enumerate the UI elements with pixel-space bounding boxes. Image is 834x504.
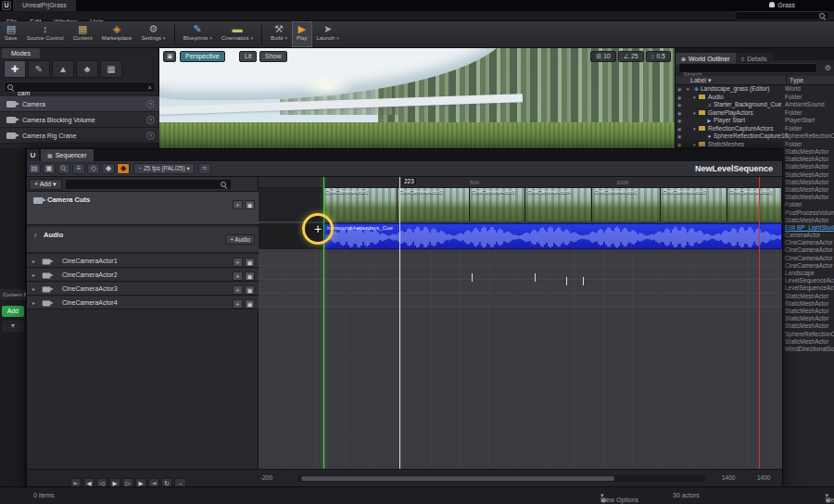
source-control-button[interactable]: ↕Source Control — [22, 21, 69, 47]
lit-mode-button[interactable]: Lit — [239, 51, 257, 62]
add-section-button[interactable]: + — [233, 200, 243, 209]
autokey-icon[interactable]: ◆ — [117, 163, 130, 174]
cinematics-button[interactable]: ▬Cinematics▾ — [217, 21, 258, 47]
key-marker[interactable] — [583, 277, 584, 285]
track-cinecameraactor2[interactable]: ▸CineCameraActor2+▣ — [27, 269, 259, 282]
camera-lock-icon[interactable]: ▣ — [245, 271, 255, 281]
outliner-row[interactable]: ◉●SphereReflectionCapture10SphereReflect… — [676, 132, 834, 141]
add-audio-button[interactable]: + Audio — [225, 234, 255, 245]
camera-lock-icon[interactable]: ▣ — [245, 258, 255, 267]
place-tool-icon[interactable]: ✚ — [4, 60, 26, 78]
launch-button[interactable]: ➤Launch▾ — [312, 21, 344, 47]
track-cinecameraactor3[interactable]: ▸CineCameraActor3+▣ — [27, 283, 259, 296]
tab-content-browser[interactable]: Content Browser — [0, 289, 26, 300]
project-tab[interactable]: UnrealPrjGrass — [13, 0, 76, 11]
gear-icon[interactable]: ⚙ — [825, 63, 831, 73]
landscape-tool-icon[interactable]: ▲ — [52, 60, 74, 78]
visibility-eye-icon[interactable]: ◉ — [677, 141, 681, 149]
track-cinecameraactor4[interactable]: ▸CineCameraActor4+▣ — [27, 296, 259, 309]
blueprint-edit-link[interactable]: Edit BP_LightStud — [785, 224, 834, 232]
key-marker[interactable] — [535, 273, 536, 282]
camera-cut-section[interactable]: CineCameraActor3 — [727, 188, 782, 221]
camera-lock-icon[interactable]: ▣ — [245, 200, 255, 209]
add-section-button[interactable]: + — [233, 299, 243, 309]
settings-button[interactable]: ⚙Settings▾ — [136, 21, 170, 47]
column-type[interactable]: Type — [786, 76, 834, 85]
geometry-tool-icon[interactable]: ▦ — [100, 60, 122, 78]
outliner-row[interactable]: ◉▾StaticMeshesFolder — [676, 141, 834, 149]
search-icon[interactable] — [57, 163, 70, 174]
curves-icon[interactable]: ≈ — [198, 163, 211, 174]
keyframe-options-icon[interactable]: ◇ — [87, 163, 100, 174]
outliner-row[interactable]: ◉▾ReflectionCaptureActorsFolder — [676, 125, 834, 133]
fps-dropdown[interactable]: ◔25 fps (PAL/25) ▾ — [133, 163, 195, 174]
viewport[interactable]: ▣ Perspective Lit Show ⊞10∠25↕0.5 — [159, 48, 675, 148]
camera-cut-section[interactable]: CineCameraActor2 — [661, 188, 727, 221]
playhead[interactable] — [399, 177, 400, 469]
help-search-box[interactable] — [734, 11, 830, 20]
visibility-eye-icon[interactable]: ◉ — [677, 101, 681, 109]
outliner-row[interactable]: ◉▶Player StartPlayerStart — [676, 117, 834, 125]
track-camera-cuts[interactable]: Camera Cuts +▣ — [27, 192, 259, 225]
perspective-button[interactable]: Perspective — [180, 51, 225, 62]
add-section-button[interactable]: + — [233, 271, 243, 281]
viewport-scale-snap-chip[interactable]: ↕0.5 — [646, 51, 671, 62]
sequence-breadcrumb[interactable]: NewLevelSequence — [695, 164, 773, 173]
tab-sequencer[interactable]: ▦Sequencer — [41, 149, 94, 161]
modes-list-item[interactable]: Camera Blocking Volume? — [0, 112, 159, 128]
clear-search-icon[interactable]: × — [147, 82, 152, 93]
track-search-box[interactable] — [65, 179, 232, 190]
expander-icon[interactable]: ▸ — [32, 283, 38, 296]
outliner-view-options-button[interactable]: ◉ View Options ▾ — [825, 492, 828, 499]
scrollbar-thumb[interactable] — [301, 476, 614, 481]
add-new-button[interactable]: Add — [2, 306, 24, 317]
camera-icon[interactable]: ▣ — [43, 163, 56, 174]
show-flags-button[interactable]: Show — [259, 51, 287, 62]
save-button[interactable]: ▤Save — [0, 21, 22, 47]
outliner-search-box[interactable] — [678, 63, 817, 73]
tab-modes[interactable]: Modes — [2, 48, 40, 58]
viewport-rotation-snap-chip[interactable]: ∠25 — [618, 51, 644, 62]
blueprints-button[interactable]: ✎Blueprints▾ — [179, 21, 217, 47]
maximize-viewport-icon[interactable]: ▣ — [163, 51, 176, 62]
add-section-button[interactable]: + — [233, 258, 243, 267]
camera-lock-icon[interactable]: ▣ — [245, 299, 255, 309]
add-track-button[interactable]: + Add ▾ — [29, 179, 62, 190]
camera-cut-section[interactable]: CineCameraActor1 — [592, 188, 661, 221]
column-label[interactable]: Label ▾ — [690, 76, 712, 85]
modes-search-box[interactable]: × — [4, 82, 156, 93]
key-marker[interactable] — [566, 277, 567, 285]
visibility-eye-icon[interactable]: ◉ — [677, 125, 681, 133]
outliner-row[interactable]: ◉▾⊕Landscape_grass (Editor)World — [676, 85, 834, 94]
play-button[interactable]: ▶Play — [292, 21, 312, 47]
sequencer-timeline[interactable]: 5001000 CineCameraActor1CineCameraActor2… — [259, 177, 782, 469]
marketplace-button[interactable]: ◈Marketplace — [97, 21, 137, 47]
content-view-options-button[interactable]: ◉ View Options ▾ — [600, 492, 604, 499]
timeline-scrollbar[interactable] — [297, 475, 705, 482]
filters-icon[interactable]: ▼ — [2, 321, 24, 332]
camera-lock-icon[interactable]: ▣ — [245, 285, 255, 295]
visibility-eye-icon[interactable]: ◉ — [677, 132, 681, 141]
modes-list-item[interactable]: Camera Rig Crane? — [0, 128, 159, 144]
outliner-row[interactable]: ◉▾GamePlayActorsFolder — [676, 109, 834, 118]
track-cinecameraactor1[interactable]: ▸CineCameraActor1+▣ — [27, 255, 259, 268]
camera-cut-section[interactable]: CineCameraActor1 — [323, 188, 398, 221]
visibility-eye-icon[interactable]: ◉ — [677, 109, 681, 118]
content-button[interactable]: ▦Content — [69, 21, 97, 47]
timeline-ruler[interactable]: 5001000 — [259, 177, 782, 188]
add-section-button[interactable]: + — [233, 285, 243, 295]
expander-icon[interactable]: ▸ — [32, 255, 38, 268]
viewport-grid-snap-chip[interactable]: ⊞10 — [590, 51, 616, 62]
outliner-row[interactable]: ◉♫Starter_Background_CueAmbientSound — [676, 101, 834, 109]
chart-icon[interactable]: ≡ — [72, 163, 85, 174]
expander-icon[interactable]: ▸ — [32, 296, 38, 309]
modes-list-item[interactable]: Camera? — [0, 96, 159, 112]
camera-cut-section[interactable]: CineCameraActor3 — [470, 188, 525, 221]
visibility-eye-icon[interactable]: ◉ — [677, 85, 681, 94]
visibility-eye-icon[interactable]: ◉ — [677, 117, 681, 125]
playback-end-marker[interactable] — [759, 177, 760, 469]
key-marker[interactable] — [472, 273, 473, 282]
outliner-row[interactable]: ◉▾AudioFolder — [676, 94, 834, 102]
audio-clip[interactable]: bensound-betterdays_Cue — [323, 223, 782, 249]
keyframe-icon[interactable]: ◆ — [102, 163, 115, 174]
